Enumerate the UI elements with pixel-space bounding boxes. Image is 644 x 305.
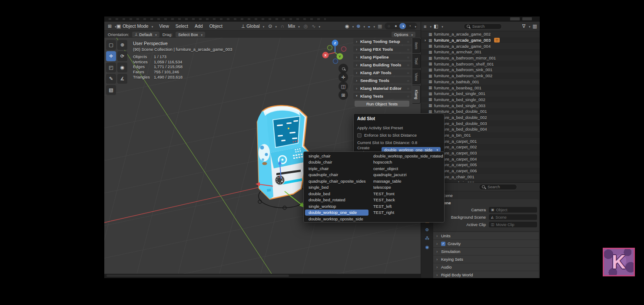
- tool-button[interactable]: ∡: [117, 74, 127, 84]
- sidebar-panel-header[interactable]: Klang Building Tools: [353, 62, 412, 68]
- dropdown-option[interactable]: TEST_left: [370, 203, 444, 210]
- viewport-menu-item[interactable]: Object: [209, 23, 222, 29]
- properties-tab[interactable]: ⁂: [422, 235, 433, 242]
- sidebar-panel-header-expanded[interactable]: Klang Tests: [353, 93, 412, 99]
- properties-section-header[interactable]: ✓ Keying Sets: [433, 256, 539, 263]
- shading-wireframe-button[interactable]: ◌: [385, 23, 392, 29]
- drag-mode-dropdown[interactable]: Select Box: [176, 32, 205, 37]
- camera-view-button[interactable]: ◫: [339, 82, 348, 91]
- xray-toggle-icon[interactable]: ▦: [378, 23, 382, 29]
- dropdown-option[interactable]: quadruple_chair_oposite_sides: [305, 178, 368, 184]
- properties-tab[interactable]: ◉: [422, 243, 433, 250]
- sidebar-tab[interactable]: Item: [412, 38, 421, 53]
- sidebar-panel-header[interactable]: Klang AIP Tools: [353, 69, 412, 75]
- outliner-item[interactable]: ▦ furniture_a_bed_single_001: [421, 91, 540, 97]
- dropdown-option[interactable]: single_worktop: [305, 203, 368, 210]
- overlays-toggle[interactable]: ◒: [368, 23, 375, 29]
- mode-dropdown[interactable]: ▣ Object Mode: [116, 23, 153, 29]
- tool-button[interactable]: ✛: [106, 51, 116, 61]
- neg-x-axis-ball[interactable]: [342, 47, 346, 52]
- properties-section-header[interactable]: ✓ Rigid Body World: [433, 271, 539, 278]
- enforce-checkbox[interactable]: [357, 133, 362, 138]
- snap-magnet-icon[interactable]: ∩: [281, 23, 284, 29]
- tool-button[interactable]: ⊕: [117, 40, 127, 50]
- outliner-item[interactable]: ▦ furniture_a_beanbag_001: [421, 85, 540, 91]
- gizmos-toggle[interactable]: ⊕: [356, 23, 365, 29]
- outliner-item[interactable]: ▦ furniture_a_arcade_game_002: [421, 31, 540, 37]
- tool-button[interactable]: ◉: [117, 62, 127, 72]
- dropdown-option[interactable]: double_worktop_oposite_side: [305, 216, 368, 222]
- perspective-toggle-button[interactable]: ⊞: [339, 90, 348, 100]
- dropdown-option[interactable]: telescope: [370, 184, 444, 191]
- neg-z-axis-ball[interactable]: [333, 59, 338, 64]
- properties-section-header[interactable]: ✓ Gravity: [433, 240, 539, 247]
- axis-navigation-gizmo[interactable]: Z X Y: [319, 37, 351, 68]
- tool-button[interactable]: ✎: [106, 74, 116, 84]
- dropdown-option[interactable]: triple_chair: [305, 165, 368, 172]
- outliner-item[interactable]: ▦ furniture_a_bed_single_003: [421, 102, 540, 108]
- properties-section-header[interactable]: ✓ Units: [433, 232, 539, 239]
- shading-rendered-button[interactable]: ◔: [406, 23, 413, 29]
- viewport-menu-item[interactable]: Add: [195, 23, 203, 29]
- pan-button[interactable]: ✛: [339, 72, 348, 82]
- dropdown-option[interactable]: quadruple_chair: [305, 172, 368, 178]
- outliner-item[interactable]: ▦ furniture_a_bathtub_001: [421, 79, 540, 85]
- outliner-search-input[interactable]: [471, 24, 497, 29]
- tool-button[interactable]: ▢: [106, 40, 116, 50]
- zoom-button[interactable]: [339, 64, 348, 73]
- outliner-item[interactable]: ▦ furniture_a_bed_single_002: [421, 97, 540, 103]
- editor-type-button[interactable]: ⊞: [108, 23, 116, 29]
- dropdown-option[interactable]: double_worktop_oposite_side_rotated: [370, 153, 444, 159]
- run-object-tests-button[interactable]: Run Object Tests: [355, 101, 409, 107]
- properties-tab[interactable]: ⚙: [422, 226, 433, 233]
- proportional-edit-icon[interactable]: ◎: [304, 23, 308, 29]
- dropdown-option[interactable]: single_chair: [305, 153, 368, 159]
- tool-button[interactable]: ◰: [106, 62, 116, 72]
- tool-button[interactable]: ▧: [106, 85, 116, 95]
- options-dropdown[interactable]: Options: [392, 32, 415, 37]
- scene-panel-title[interactable]: Scene: [433, 199, 539, 206]
- show-object-types-dropdown[interactable]: ◉: [345, 23, 354, 29]
- neg-y-axis-ball[interactable]: [328, 46, 332, 50]
- field-input[interactable]: ▣ Object: [489, 207, 537, 213]
- outliner-item[interactable]: › ▦ furniture_a_arcade_game_003 ▽: [421, 37, 540, 43]
- viewport-menu-item[interactable]: Select: [176, 23, 188, 29]
- sidebar-panel-header[interactable]: Klang Pipeline: [353, 54, 412, 60]
- outliner-item[interactable]: ▦ furniture_a_bathroom_sink_001: [421, 67, 540, 73]
- sidebar-panel-header[interactable]: Klang FBX Tools: [353, 46, 412, 52]
- dropdown-option[interactable]: hopscotch: [370, 159, 444, 166]
- dropdown-option[interactable]: single_bed: [305, 184, 368, 191]
- properties-section-header[interactable]: ✓ Simulation: [433, 248, 539, 255]
- dropdown-option[interactable]: center_object: [370, 165, 444, 172]
- sidebar-tab[interactable]: Klang: [412, 85, 421, 104]
- shading-solid-button[interactable]: ●: [392, 23, 399, 29]
- sidebar-panel-header[interactable]: Seedling Tools: [353, 77, 412, 83]
- tool-button[interactable]: ⟳: [117, 51, 127, 61]
- outliner-item[interactable]: ▦ furniture_a_arcade_game_004: [421, 43, 540, 49]
- shading-material-button[interactable]: ◑: [399, 23, 406, 29]
- pivot-point-dropdown[interactable]: ⊙: [268, 23, 277, 29]
- filter-funnel-icon[interactable]: ∇: [522, 23, 525, 29]
- gravity-checkbox[interactable]: ✓: [441, 242, 445, 246]
- orientation-preset-dropdown[interactable]: ⟂ Default: [132, 32, 159, 37]
- sidebar-tab[interactable]: View: [412, 69, 421, 84]
- dropdown-option[interactable]: TEST_front: [370, 190, 444, 197]
- outliner-item[interactable]: ▦ furniture_a_armchair_001: [421, 49, 540, 55]
- outliner-item[interactable]: ▦ furniture_a_bathroom_shelf_001: [421, 61, 540, 67]
- proportional-falloff-dropdown[interactable]: ∿: [312, 23, 320, 29]
- field-input[interactable]: ◭ Scene: [489, 214, 537, 220]
- properties-search-input[interactable]: [487, 184, 512, 190]
- properties-search[interactable]: [479, 184, 517, 190]
- outliner-editor-icon[interactable]: ≡: [424, 24, 426, 29]
- sidebar-panel-header[interactable]: Klang Tooling Setup: [353, 38, 412, 44]
- sidebar-panel-header[interactable]: Klang Material Editor: [353, 85, 412, 91]
- dropdown-option[interactable]: quadruple_jacuzzi: [370, 172, 444, 178]
- dropdown-option[interactable]: TEST_right: [370, 210, 444, 216]
- field-input[interactable]: ◫ Movie Clip: [489, 222, 537, 227]
- dropdown-option[interactable]: TEST_back: [370, 197, 444, 203]
- dropdown-option[interactable]: double_worktop_one_side: [305, 210, 368, 216]
- properties-section-header[interactable]: ✓ Audio: [433, 263, 539, 271]
- dropdown-option[interactable]: double_chair: [305, 159, 368, 166]
- apply-preset-row[interactable]: Apply Activity Slot Preset: [357, 124, 441, 131]
- new-collection-icon[interactable]: ▥: [533, 23, 537, 29]
